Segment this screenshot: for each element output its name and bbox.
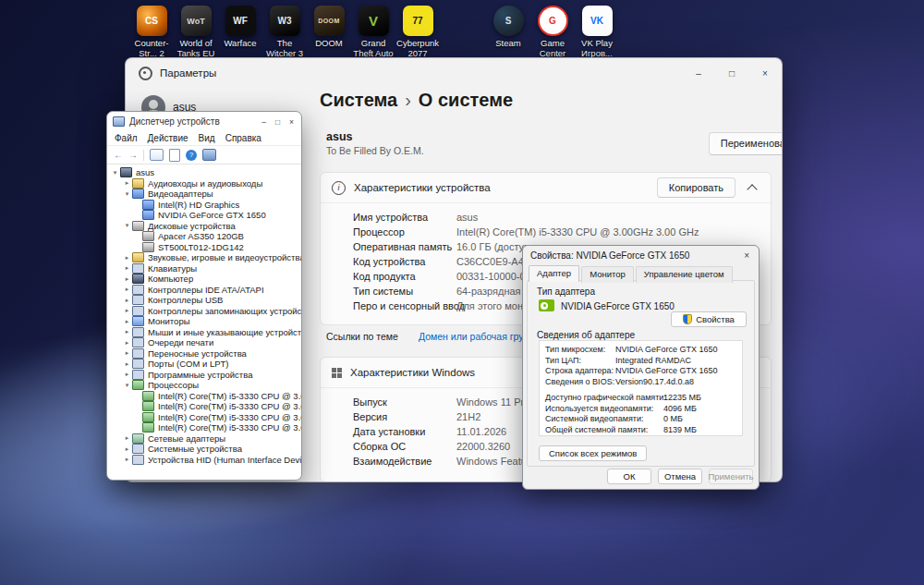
scan-hardware-icon[interactable] — [202, 149, 216, 161]
close-button[interactable]: × — [289, 117, 294, 127]
breadcrumb-system[interactable]: Система — [320, 90, 397, 110]
back-button[interactable]: ← — [114, 150, 123, 160]
tree-expander-icon[interactable]: ▸ — [123, 328, 131, 335]
maximize-button[interactable]: □ — [275, 117, 280, 127]
tree-item[interactable]: ▸ Контроллеры USB — [107, 295, 301, 306]
tree-item[interactable]: ▾ Процессоры — [107, 380, 301, 391]
desktop-icon-label: VK Play Игров... — [575, 39, 619, 59]
rename-pc-button[interactable]: Переименовать этот ПК — [709, 132, 783, 155]
tree-item[interactable]: ▾ Видеоадаптеры — [107, 189, 301, 200]
tree-item-label: Intel(R) HD Graphics — [158, 200, 239, 210]
show-console-tree-icon[interactable] — [150, 149, 164, 161]
tree-item-label: Сетевые адаптеры — [148, 433, 225, 444]
tree-item[interactable]: ▸ Аудиовходы и аудиовыходы — [107, 178, 301, 189]
tree-item[interactable]: ▸ Контроллеры IDE ATA/ATAPI — [107, 285, 301, 296]
tree-item[interactable]: ▸ Клавиатуры — [107, 263, 301, 274]
tree-item[interactable]: ▾ asus — [107, 167, 301, 178]
tree-item-label: Системные устройства — [148, 444, 242, 454]
tree-expander-icon[interactable]: ▸ — [123, 456, 131, 463]
tree-item[interactable]: ▸ Компьютер — [107, 274, 301, 285]
device-type-icon — [132, 348, 144, 359]
device-specs-header[interactable]: i Характеристики устройства Копировать — [321, 173, 771, 203]
desktop-icon[interactable]: DOOM DOOM — [307, 6, 351, 49]
chevron-up-icon[interactable] — [747, 184, 757, 194]
tree-item[interactable]: Intel(R) Core(TM) i5-3330 CPU @ 3.00GHz — [107, 422, 301, 433]
tree-item[interactable]: ▸ Устройства HID (Human Interface Device… — [107, 455, 301, 466]
tree-expander-icon[interactable]: ▸ — [123, 349, 131, 357]
tree-item[interactable]: ▸ Системные устройства — [107, 444, 301, 455]
minimize-button[interactable]: – — [261, 117, 266, 127]
forward-button[interactable]: → — [128, 150, 138, 160]
tree-expander-icon[interactable]: ▸ — [123, 179, 131, 187]
device-type-icon — [120, 167, 132, 177]
tree-item[interactable]: Intel(R) Core(TM) i5-3330 CPU @ 3.00GHz — [107, 401, 301, 412]
device-manager-icon — [113, 116, 125, 127]
list-all-modes-button[interactable]: Список всех режимов — [539, 445, 647, 461]
desktop-icon[interactable]: WoT World of Tanks EU — [174, 6, 218, 59]
tree-item[interactable]: ▸ Сетевые адаптеры — [107, 433, 301, 445]
device-type-icon — [132, 370, 144, 380]
tree-item-label: Apacer AS350 120GB — [158, 231, 244, 241]
tree-expander-icon[interactable]: ▸ — [123, 371, 131, 378]
desktop-icon[interactable]: VK VK Play Игров... — [575, 6, 619, 59]
tree-expander-icon[interactable]: ▸ — [123, 297, 131, 304]
tree-expander-icon[interactable]: ▾ — [123, 190, 131, 198]
desktop-icon[interactable]: 77 Cyberpunk 2077 — [395, 6, 440, 59]
menu-item[interactable]: Справка — [225, 133, 261, 143]
tree-expander-icon[interactable]: ▸ — [123, 286, 131, 293]
tree-expander-icon[interactable]: ▸ — [123, 254, 131, 262]
dialog-tab[interactable]: Адаптер — [529, 265, 579, 282]
tree-item[interactable]: ST500LT012-1DG142 — [107, 242, 301, 253]
dialog-tab[interactable]: Монитор — [581, 266, 634, 283]
spec-label: Код устройства — [353, 256, 456, 267]
tree-item[interactable]: ▾ Дисковые устройства — [107, 221, 301, 232]
desktop-icon[interactable]: G Game Center — [530, 6, 575, 59]
tree-item[interactable]: Intel(R) Core(TM) i5-3330 CPU @ 3.00GHz — [107, 391, 301, 402]
tree-expander-icon[interactable]: ▾ — [123, 382, 131, 389]
tree-expander-icon[interactable]: ▸ — [123, 275, 131, 283]
tree-item[interactable]: ▸ Программные устройства — [107, 370, 301, 381]
tree-item[interactable]: ▸ Мыши и иные указывающие устройства — [107, 327, 301, 338]
desktop-icon[interactable]: CS Counter-Str... 2 — [129, 6, 174, 59]
tree-item-label: Мыши и иные указывающие устройства — [148, 327, 301, 337]
tree-expander-icon[interactable]: ▾ — [111, 169, 119, 177]
menu-item[interactable]: Вид — [199, 133, 215, 143]
tree-expander-icon[interactable]: ▸ — [123, 360, 131, 368]
desktop-icon[interactable]: WF Warface — [218, 6, 262, 49]
tree-item[interactable]: ▸ Звуковые, игровые и видеоустройства — [107, 252, 301, 263]
tree-item[interactable]: Apacer AS350 120GB — [107, 231, 301, 242]
spec-label: Процессор — [353, 226, 456, 238]
close-button[interactable]: × — [742, 250, 751, 261]
tree-expander-icon[interactable]: ▸ — [123, 445, 131, 453]
adapter-properties-button[interactable]: Свойства — [671, 311, 747, 327]
tree-item[interactable]: Intel(R) HD Graphics — [107, 200, 301, 211]
tree-item[interactable]: ▸ Порты (COM и LPT) — [107, 359, 301, 370]
tree-expander-icon[interactable]: ▾ — [123, 222, 131, 229]
tree-expander-icon[interactable]: ▸ — [123, 339, 131, 347]
tree-item[interactable]: ▸ Переносные устройства — [107, 348, 301, 360]
tree-item[interactable]: ▸ Очереди печати — [107, 337, 301, 348]
apply-button[interactable]: Применить — [709, 469, 753, 484]
menu-item[interactable]: Файл — [115, 133, 138, 143]
help-icon[interactable]: ? — [186, 150, 197, 161]
dialog-tab[interactable]: Управление цветом — [636, 266, 733, 283]
spec-row: Процессор Intel(R) Core(TM) i5-3330 CPU … — [353, 225, 771, 239]
copy-button[interactable]: Копировать — [657, 177, 736, 198]
tree-expander-icon[interactable]: ▸ — [123, 434, 131, 442]
properties-icon[interactable] — [169, 149, 180, 162]
tree-item[interactable]: NVIDIA GeForce GTX 1650 — [107, 210, 301, 221]
desktop-icon[interactable]: S Steam — [486, 6, 530, 49]
spec-label: Сборка ОС — [353, 441, 456, 452]
tree-item[interactable]: Intel(R) Core(TM) i5-3330 CPU @ 3.00GHz — [107, 412, 301, 423]
tree-expander-icon[interactable]: ▸ — [123, 307, 131, 314]
ok-button[interactable]: ОК — [607, 469, 651, 484]
device-type-icon — [132, 263, 144, 274]
tree-item[interactable]: ▸ Мониторы — [107, 316, 301, 327]
tree-expander-icon[interactable]: ▸ — [123, 318, 131, 325]
tree-item[interactable]: ▸ Контроллеры запоминающих устройств — [107, 306, 301, 317]
menu-item[interactable]: Действие — [148, 133, 188, 143]
cancel-button[interactable]: Отмена — [658, 469, 702, 484]
tree-item-label: Intel(R) Core(TM) i5-3330 CPU @ 3.00GHz — [158, 401, 301, 411]
device-header-text: asus To Be Filled By O.E.M. — [326, 130, 424, 156]
tree-expander-icon[interactable]: ▸ — [123, 264, 131, 272]
